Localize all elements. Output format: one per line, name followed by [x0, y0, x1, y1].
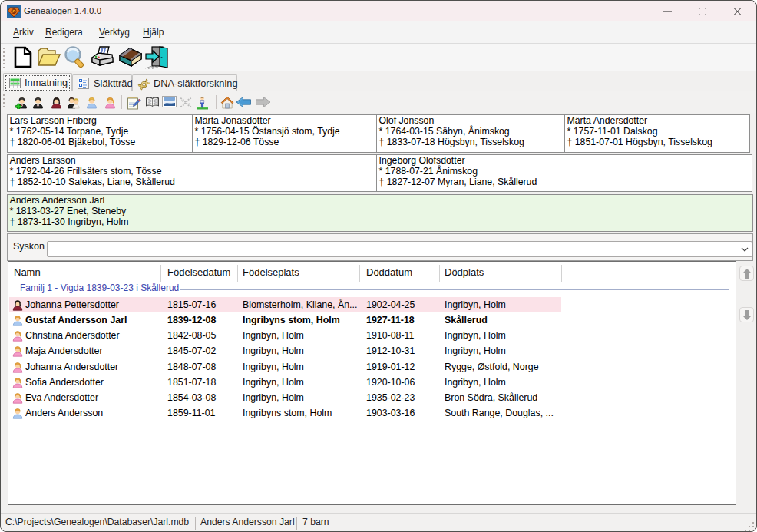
svg-text:G: G [12, 8, 16, 14]
